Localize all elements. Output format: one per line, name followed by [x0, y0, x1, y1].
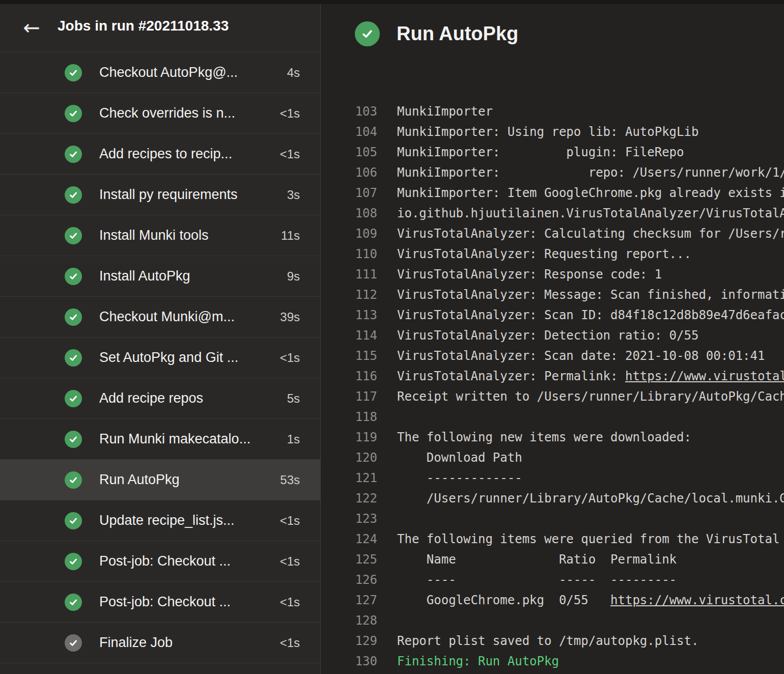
job-row[interactable]: Finalize Job <1s: [0, 623, 320, 663]
job-row[interactable]: Checkout Munki@m... 39s: [0, 297, 320, 338]
job-label: Install py requirements: [99, 187, 287, 203]
job-duration: 39s: [280, 310, 300, 324]
job-row[interactable]: Update recipe_list.js... <1s: [0, 500, 320, 541]
log-line-text: Receipt written to /Users/runner/Library…: [397, 386, 784, 407]
log-line: 105 MunkiImporter: plugin: FileRepo: [321, 142, 784, 162]
log-line: 129 Report plist saved to /tmp/autopkg.p…: [321, 631, 784, 651]
job-label: Post-job: Checkout ...: [99, 553, 280, 569]
log-line: 108 io.github.hjuutilainen.VirusTotalAna…: [321, 203, 784, 223]
job-row[interactable]: Set AutoPkg and Git ... <1s: [0, 338, 320, 378]
job-label: Checkout AutoPkg@...: [99, 65, 287, 80]
log-line-number: 114: [321, 325, 377, 346]
back-arrow-icon[interactable]: ←: [19, 15, 44, 40]
log-line-number: 108: [321, 203, 377, 223]
job-status-check-icon: [65, 431, 82, 448]
log-link[interactable]: https://www.virustotal: [625, 369, 784, 383]
log-line-text: VirusTotalAnalyzer: Detection ratio: 0/5…: [397, 325, 698, 346]
job-duration: 11s: [281, 229, 300, 243]
log-line-number: 111: [321, 264, 377, 285]
page-title: Run AutoPkg: [397, 23, 518, 45]
log-line: 103 MunkiImporter: [321, 101, 784, 122]
log-line-text: ---- ----- ---------: [397, 570, 677, 590]
job-row[interactable]: Add recipe repos 5s: [0, 378, 320, 419]
job-row[interactable]: Run AutoPkg 53s: [0, 460, 320, 500]
job-row[interactable]: Install Munki tools 11s: [0, 215, 320, 256]
job-label: Install Munki tools: [99, 228, 281, 243]
job-status-check-icon: [65, 64, 82, 81]
log-line-text: MunkiImporter: plugin: FileRepo: [397, 142, 684, 162]
log-line-text: MunkiImporter: repo: /Users/runner/work/…: [397, 162, 784, 183]
job-duration: 3s: [287, 188, 300, 202]
log-line-number: 122: [321, 488, 377, 509]
job-status-check-icon: [65, 146, 82, 163]
log-header: Run AutoPkg: [321, 4, 784, 60]
job-duration: 5s: [287, 391, 300, 406]
log-line-number: 105: [321, 142, 377, 162]
success-check-icon: [355, 21, 380, 46]
job-row[interactable]: Install py requirements 3s: [0, 175, 320, 215]
log-line: 127 GoogleChrome.pkg 0/55 https://www.vi…: [321, 590, 784, 610]
job-row[interactable]: Add recipes to recip... <1s: [0, 134, 320, 175]
log-line-text: The following new items were downloaded:: [397, 427, 691, 447]
log-line-text: Finishing: Run AutoPkg: [397, 651, 559, 671]
log-line-number: 121: [321, 468, 377, 488]
log-line: 128: [321, 610, 784, 631]
log-line-text: VirusTotalAnalyzer: Message: Scan finish…: [397, 285, 784, 305]
log-line: 126 ---- ----- ---------: [321, 570, 784, 590]
log-line-text: Download Path: [397, 447, 522, 468]
log-panel: Run AutoPkg 103 MunkiImporter 104 MunkiI…: [321, 4, 784, 674]
log-line: 115 VirusTotalAnalyzer: Scan date: 2021-…: [321, 346, 784, 366]
sidebar-title: Jobs in run #20211018.33: [58, 18, 229, 34]
job-status-check-icon: [65, 349, 82, 367]
log-line-text: GoogleChrome.pkg 0/55 https://www.virust…: [397, 590, 784, 610]
job-row[interactable]: Checkout AutoPkg@... 4s: [0, 52, 320, 93]
job-row[interactable]: Run Munki makecatalo... 1s: [0, 419, 320, 460]
job-label: Checkout Munki@m...: [99, 309, 280, 325]
log-line: 130 Finishing: Run AutoPkg: [321, 651, 784, 671]
job-status-check-icon: [65, 390, 82, 407]
log-line: 106 MunkiImporter: repo: /Users/runner/w…: [321, 162, 784, 183]
job-duration: <1s: [280, 147, 300, 161]
job-row[interactable]: Post-job: Checkout ... <1s: [0, 582, 320, 623]
log-line-text: MunkiImporter: Using repo lib: AutoPkgLi…: [397, 122, 698, 142]
log-line-number: 126: [321, 570, 377, 590]
job-label: Finalize Job: [99, 635, 280, 651]
job-duration: <1s: [280, 514, 300, 528]
job-duration: 1s: [287, 432, 300, 446]
job-status-check-icon: [65, 553, 82, 570]
job-label: Update recipe_list.js...: [99, 513, 280, 528]
log-line: 125 Name Ratio Permalink: [321, 549, 784, 570]
log-line: 118: [321, 407, 784, 427]
log-output: 103 MunkiImporter 104 MunkiImporter: Usi…: [321, 101, 784, 671]
job-duration: <1s: [280, 351, 300, 365]
log-line-number: 109: [321, 223, 377, 244]
log-line: 124 The following items were queried fro…: [321, 529, 784, 549]
log-line-number: 129: [321, 631, 377, 651]
jobs-sidebar: ← Jobs in run #20211018.33 Checkout Auto…: [0, 4, 321, 674]
job-label: Add recipe repos: [99, 390, 287, 406]
log-line-number: 113: [321, 305, 377, 325]
log-link[interactable]: https://www.virustotal.c: [610, 593, 784, 607]
log-line: 112 VirusTotalAnalyzer: Message: Scan fi…: [321, 285, 784, 305]
log-line-number: 119: [321, 427, 377, 447]
job-label: Install AutoPkg: [99, 268, 287, 284]
log-line-number: 115: [321, 346, 377, 366]
job-label: Add recipes to recip...: [99, 146, 280, 162]
job-row[interactable]: Check overrides is n... <1s: [0, 93, 320, 134]
job-status-check-icon: [65, 634, 82, 652]
log-line-number: 127: [321, 590, 377, 610]
log-line-number: 103: [321, 101, 377, 122]
job-row[interactable]: Post-job: Checkout ... <1s: [0, 541, 320, 582]
log-line-number: 116: [321, 366, 377, 386]
job-status-check-icon: [65, 227, 82, 244]
log-line-number: 123: [321, 509, 377, 529]
job-label: Set AutoPkg and Git ...: [99, 350, 280, 366]
log-line-number: 107: [321, 183, 377, 203]
job-duration: 4s: [287, 66, 300, 80]
job-label: Run AutoPkg: [99, 472, 280, 488]
job-status-check-icon: [65, 268, 82, 285]
job-status-check-icon: [65, 594, 82, 611]
top-strip: [0, 0, 784, 4]
job-row[interactable]: Install AutoPkg 9s: [0, 256, 320, 297]
log-line-text: Report plist saved to /tmp/autopkg.plist…: [397, 631, 698, 651]
